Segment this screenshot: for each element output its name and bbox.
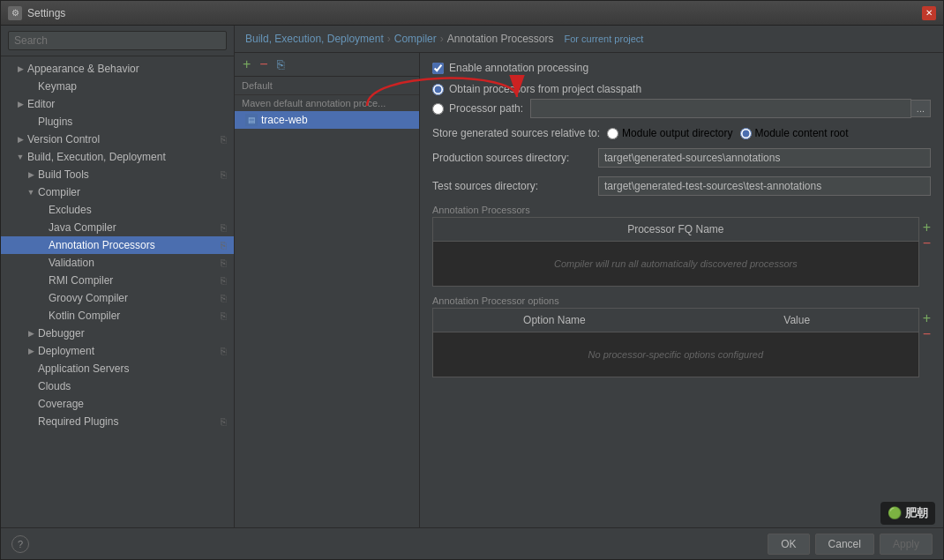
module-content-label: Module content root <box>755 127 849 139</box>
sidebar-item-required-plugins[interactable]: Required Plugins⎘ <box>1 413 234 430</box>
sidebar-item-version-control[interactable]: ▶Version Control⎘ <box>1 131 234 148</box>
table1-add-btn[interactable]: + <box>923 220 931 235</box>
processor-path-label-radio[interactable]: Processor path: <box>432 102 523 115</box>
module-output-option[interactable]: Module output directory <box>607 127 732 139</box>
main-panel: Build, Execution, Deployment › Compiler … <box>235 26 943 527</box>
sidebar-item-rmi-compiler[interactable]: RMI Compiler⎘ <box>1 272 234 289</box>
table2-col2: Value <box>676 312 918 328</box>
window-controls: ✕ <box>922 6 936 20</box>
copy-icon-version-control: ⎘ <box>221 134 227 145</box>
window-icon: ⚙ <box>8 6 22 20</box>
split-area: + − ⎘ Default Maven default annotation p… <box>235 53 943 527</box>
processor-path-input[interactable] <box>530 99 911 118</box>
tree-arrow-deployment: ▶ <box>26 346 36 356</box>
add-button[interactable]: + <box>240 56 253 72</box>
table1-minus-btn[interactable]: − <box>923 236 931 250</box>
processor-path-browse-btn[interactable]: ... <box>911 100 931 117</box>
sidebar-label-build-exec: Build, Execution, Deployment <box>27 151 166 163</box>
sidebar-label-keymap: Keymap <box>38 80 77 93</box>
sidebar-label-version-control: Version Control <box>27 133 100 146</box>
copy-icon-rmi-compiler: ⎘ <box>221 275 227 286</box>
sidebar-item-deployment[interactable]: ▶Deployment⎘ <box>1 342 234 360</box>
obtain-radio[interactable] <box>432 84 444 95</box>
sidebar-label-deployment: Deployment <box>38 345 94 357</box>
table2-body: No processor-specific options configured <box>433 332 918 377</box>
watermark-text: 肥朝 <box>905 506 928 519</box>
search-box <box>1 26 234 56</box>
enable-row: Enable annotation processing <box>432 62 931 74</box>
module-content-radio[interactable] <box>740 128 752 139</box>
sidebar-label-groovy-compiler: Groovy Compiler <box>49 292 128 304</box>
tree-area: ▶Appearance & BehaviorKeymap▶EditorPlugi… <box>1 56 234 527</box>
module-content-option[interactable]: Module content root <box>740 127 849 139</box>
title-bar: ⚙ Settings ✕ <box>1 1 943 26</box>
table1-col1: Processor FQ Name <box>433 221 918 237</box>
sidebar-item-keymap[interactable]: Keymap <box>1 78 234 95</box>
sidebar-item-appearance[interactable]: ▶Appearance & Behavior <box>1 60 234 78</box>
tree-arrow-build-exec: ▼ <box>15 152 26 162</box>
sidebar-label-kotlin-compiler: Kotlin Compiler <box>49 310 120 322</box>
sidebar-item-app-servers[interactable]: Application Servers <box>1 360 234 377</box>
ok-button[interactable]: OK <box>768 534 809 555</box>
apply-button[interactable]: Apply <box>880 534 933 555</box>
close-button[interactable]: ✕ <box>922 6 936 20</box>
cancel-button[interactable]: Cancel <box>815 534 874 555</box>
module-output-radio[interactable] <box>607 128 618 139</box>
breadcrumb-compiler[interactable]: Compiler <box>394 33 437 45</box>
tree-arrow-build-tools: ▶ <box>26 169 36 180</box>
obtain-label[interactable]: Obtain processors from project classpath <box>432 83 931 95</box>
copy-icon-deployment: ⎘ <box>221 346 227 356</box>
sidebar: ▶Appearance & BehaviorKeymap▶EditorPlugi… <box>1 26 235 527</box>
table2-minus-btn[interactable]: − <box>923 327 931 341</box>
sidebar-item-build-exec[interactable]: ▼Build, Execution, Deployment <box>1 148 234 166</box>
sidebar-item-coverage[interactable]: Coverage <box>1 395 234 413</box>
sidebar-label-plugins: Plugins <box>38 116 72 128</box>
bottom-right: OK Cancel Apply <box>768 534 933 555</box>
table2-add-btn[interactable]: + <box>923 311 931 325</box>
sidebar-label-debugger: Debugger <box>38 327 85 340</box>
trace-web-item[interactable]: ▤ trace-web <box>235 111 419 129</box>
sidebar-item-build-tools[interactable]: ▶Build Tools⎘ <box>1 166 234 183</box>
breadcrumb-build[interactable]: Build, Execution, Deployment <box>245 33 384 45</box>
sidebar-item-excludes[interactable]: Excludes <box>1 201 234 219</box>
annotation-processor-options-section: Annotation Processor options Option Name… <box>432 295 931 377</box>
sidebar-item-validation[interactable]: Validation⎘ <box>1 254 234 272</box>
sidebar-label-clouds: Clouds <box>38 380 71 392</box>
sidebar-label-annotation-processors: Annotation Processors <box>49 239 155 251</box>
sidebar-item-annotation-processors[interactable]: Annotation Processors⎘ <box>1 236 234 254</box>
table2-header: Option Name Value <box>433 309 918 332</box>
copy-icon-groovy-compiler: ⎘ <box>221 293 227 303</box>
production-dir-input[interactable] <box>598 148 931 168</box>
minus-button[interactable]: − <box>257 56 270 72</box>
sidebar-label-excludes: Excludes <box>49 204 92 216</box>
enable-text: Enable annotation processing <box>449 62 588 74</box>
tree-arrow-appearance: ▶ <box>15 63 26 74</box>
module-output-label: Module output directory <box>622 127 732 139</box>
copy-icon-build-tools: ⎘ <box>221 169 227 180</box>
trace-web-label: trace-web <box>261 114 308 126</box>
test-dir-input[interactable] <box>598 176 931 196</box>
sidebar-item-compiler[interactable]: ▼Compiler <box>1 183 234 201</box>
sidebar-label-app-servers: Application Servers <box>38 362 129 375</box>
copy-icon-validation: ⎘ <box>221 258 227 268</box>
sidebar-label-java-compiler: Java Compiler <box>49 221 116 234</box>
copy-button[interactable]: ⎘ <box>274 57 287 71</box>
help-button[interactable]: ? <box>11 535 29 553</box>
sidebar-item-kotlin-compiler[interactable]: Kotlin Compiler⎘ <box>1 307 234 325</box>
table2-col1: Option Name <box>433 312 676 328</box>
watermark: 🟢 肥朝 <box>880 502 935 525</box>
sidebar-item-groovy-compiler[interactable]: Groovy Compiler⎘ <box>1 289 234 307</box>
sidebar-label-rmi-compiler: RMI Compiler <box>49 274 113 287</box>
sidebar-item-java-compiler[interactable]: Java Compiler⎘ <box>1 219 234 236</box>
sidebar-item-clouds[interactable]: Clouds <box>1 377 234 395</box>
sidebar-item-editor[interactable]: ▶Editor <box>1 95 234 113</box>
enable-checkbox[interactable] <box>432 63 444 74</box>
list-toolbar: + − ⎘ <box>235 53 419 77</box>
content-area: ▶Appearance & BehaviorKeymap▶EditorPlugi… <box>1 26 943 527</box>
sidebar-item-plugins[interactable]: Plugins <box>1 113 234 131</box>
search-input[interactable] <box>8 31 227 50</box>
bottom-bar: ? OK Cancel Apply <box>1 527 943 559</box>
processor-path-radio[interactable] <box>432 103 444 115</box>
sidebar-item-debugger[interactable]: ▶Debugger <box>1 325 234 342</box>
enable-label[interactable]: Enable annotation processing <box>432 62 588 74</box>
